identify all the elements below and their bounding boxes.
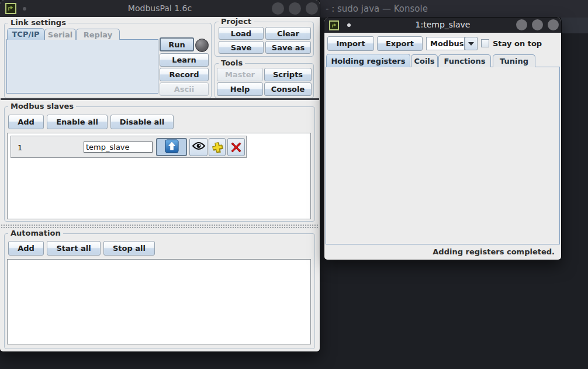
slave-close-button[interactable]	[548, 19, 559, 30]
save-button[interactable]: Save	[219, 41, 264, 54]
ascii-button: Ascii	[160, 82, 209, 96]
automation-add-button-label: Add	[18, 244, 34, 253]
master-button: Master	[217, 68, 263, 81]
link-settings-legend: Link settings	[8, 18, 68, 27]
learn-button-label: Learn	[172, 56, 196, 64]
load-button[interactable]: Load	[219, 27, 264, 40]
combobox-dropdown-button[interactable]	[465, 37, 478, 50]
slave-name-input[interactable]	[84, 142, 153, 153]
delete-x-icon	[231, 142, 241, 153]
project-legend: Project	[219, 17, 254, 26]
clear-button-label: Clear	[277, 29, 299, 38]
up-arrow-icon	[165, 139, 179, 156]
eye-icon	[192, 142, 206, 153]
tab-tcpip-label: TCP/IP	[12, 30, 39, 39]
tab-functions[interactable]: Functions	[438, 54, 491, 67]
load-button-label: Load	[231, 29, 251, 38]
master-button-label: Master	[225, 70, 255, 79]
help-button[interactable]: Help	[217, 82, 263, 96]
learn-button[interactable]: Learn	[160, 53, 209, 67]
automation-list-area	[7, 259, 311, 344]
help-button-label: Help	[230, 85, 250, 94]
automation-legend: Automation	[8, 229, 63, 237]
save-button-label: Save	[231, 43, 251, 52]
modbuspal-window: ModbusPal 1.6c Link settings TCP/IP Seri…	[0, 0, 320, 351]
slave-maximize-button[interactable]	[532, 19, 543, 30]
tab-holding-registers-label: Holding registers	[331, 57, 405, 65]
clear-button[interactable]: Clear	[265, 27, 311, 40]
stop-all-button-label: Stop all	[113, 244, 146, 253]
slave-delete-button[interactable]	[227, 138, 245, 156]
slaves-add-button[interactable]: Add	[8, 115, 44, 129]
slave-minimize-button[interactable]	[516, 19, 527, 30]
chevron-down-icon	[468, 42, 474, 46]
slaves-add-button-label: Add	[18, 118, 34, 126]
tab-coils[interactable]: Coils	[411, 54, 438, 67]
disable-all-button[interactable]: Disable all	[110, 115, 174, 129]
slave-id: 1	[18, 136, 22, 158]
tab-tuning[interactable]: Tuning	[493, 54, 535, 67]
tcpip-panel	[6, 39, 158, 94]
console-button[interactable]: Console	[264, 82, 312, 96]
tab-serial-label: Serial	[48, 30, 72, 39]
export-button-label: Export	[386, 39, 414, 48]
tab-coils-label: Coils	[414, 57, 434, 65]
modbuspal-titlebar[interactable]: ModbusPal 1.6c	[0, 0, 320, 17]
tab-functions-label: Functions	[444, 57, 485, 65]
enable-all-button-label: Enable all	[56, 118, 98, 126]
close-button[interactable]	[306, 2, 318, 15]
save-as-button-label: Save as	[272, 43, 305, 52]
tab-holding-registers[interactable]: Holding registers	[326, 54, 410, 67]
tab-replay[interactable]: Replay	[76, 29, 120, 40]
run-button[interactable]: Run	[160, 37, 194, 51]
registers-panel	[326, 67, 560, 244]
import-button[interactable]: Import	[327, 36, 374, 51]
status-message: Adding registers completed.	[433, 247, 555, 256]
slave-enable-toggle[interactable]	[156, 138, 187, 156]
binding-type-combobox[interactable]: Modbus	[426, 37, 465, 50]
stay-on-top-label: Stay on top	[493, 39, 542, 48]
ascii-button-label: Ascii	[174, 85, 194, 94]
stop-all-button[interactable]: Stop all	[103, 241, 155, 256]
record-button-label: Record	[169, 70, 199, 79]
konsole-window-title: - : sudo java — Konsole	[326, 0, 428, 18]
slave-duplicate-button[interactable]	[209, 138, 226, 156]
record-button[interactable]: Record	[160, 68, 209, 81]
minimize-button[interactable]	[272, 2, 284, 15]
temp-slave-titlebar[interactable]: 1:temp_slave	[324, 18, 561, 33]
horizontal-split-divider[interactable]	[1, 98, 319, 100]
combobox-value: Modbus	[430, 39, 464, 48]
run-button-label: Run	[168, 40, 185, 49]
scripts-button-label: Scripts	[273, 70, 303, 79]
export-button[interactable]: Export	[377, 36, 423, 51]
tools-legend: Tools	[219, 58, 245, 67]
tab-tcpip[interactable]: TCP/IP	[7, 28, 44, 40]
enable-all-button[interactable]: Enable all	[47, 115, 108, 129]
slave-row: 1	[11, 136, 247, 158]
link-status-led	[195, 39, 209, 52]
save-as-button[interactable]: Save as	[265, 41, 311, 54]
plus-icon	[212, 142, 223, 153]
temp-slave-window: 1:temp_slave Import Export Modbus Stay o…	[324, 18, 561, 260]
slave-view-button[interactable]	[189, 138, 207, 156]
automation-add-button[interactable]: Add	[8, 241, 44, 256]
stay-on-top-checkbox[interactable]	[481, 39, 489, 47]
scripts-button[interactable]: Scripts	[264, 68, 312, 81]
tab-replay-label: Replay	[84, 30, 112, 39]
konsole-window-edge	[561, 18, 588, 33]
start-all-button-label: Start all	[56, 244, 91, 253]
console-button-label: Console	[271, 85, 305, 94]
tab-tuning-label: Tuning	[500, 57, 528, 65]
start-all-button[interactable]: Start all	[47, 241, 101, 256]
tab-serial[interactable]: Serial	[44, 29, 76, 40]
maximize-button[interactable]	[289, 2, 301, 15]
import-button-label: Import	[336, 39, 365, 48]
modbus-slaves-legend: Modbus slaves	[8, 102, 76, 111]
disable-all-button-label: Disable all	[120, 118, 165, 126]
